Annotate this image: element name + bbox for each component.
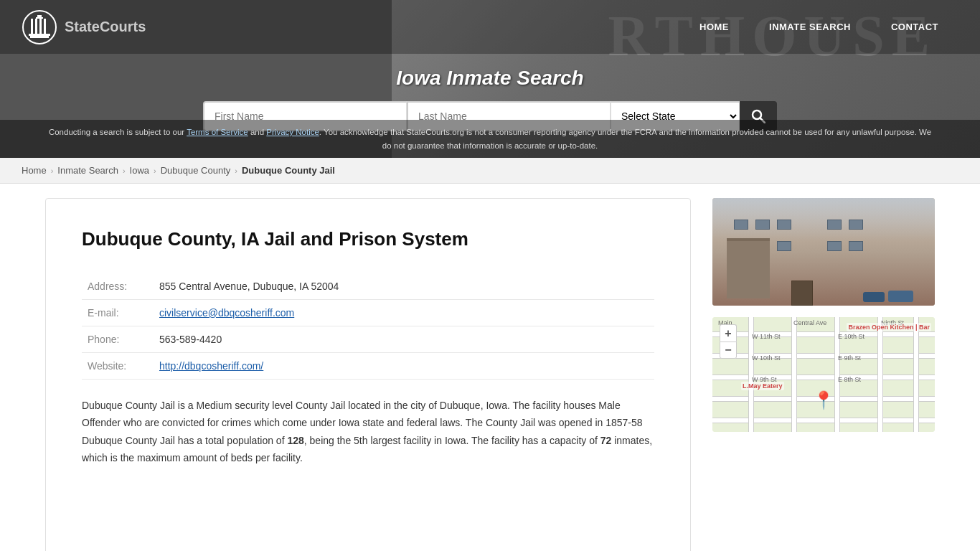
map-street-v4 [877, 317, 883, 432]
address-row: Address: 855 Central Avenue, Dubuque, IA… [82, 273, 654, 300]
map-street-h2 [712, 353, 935, 359]
logo-link[interactable]: StateCourts [22, 9, 146, 45]
breadcrumb-state[interactable]: Iowa [130, 165, 149, 176]
desc-population: 128 [287, 435, 303, 446]
logo-icon [22, 9, 57, 45]
navigation: StateCourts HOME INMATE SEARCH CONTACT [0, 0, 980, 54]
map-label-w11: W 11th St [752, 333, 781, 340]
disclaimer-text-after: . You acknowledge that StateCourts.org i… [319, 128, 931, 149]
phone-row: Phone: 563-589-4420 [82, 326, 654, 352]
website-value: http://dbqcosheriff.com/ [154, 352, 654, 379]
map-poi-brazen: Brazen Open Kitchen | Bar [847, 323, 931, 331]
email-row: E-mail: civilservice@dbqcosheriff.com [82, 299, 654, 326]
disclaimer: Conducting a search is subject to our Te… [0, 120, 980, 158]
map-label-e8: E 8th St [838, 376, 861, 383]
site-header: RTHOUSE StateCourts HOME INMATE SEARCH [0, 0, 980, 158]
disclaimer-text-before: Conducting a search is subject to our [49, 128, 187, 136]
map-street-h5 [712, 418, 935, 423]
phone-value: 563-589-4420 [154, 326, 654, 352]
nav-contact[interactable]: CONTACT [871, 0, 958, 54]
map-label-e10: E 10th St [838, 333, 864, 340]
phone-label: Phone: [82, 326, 154, 352]
content-area: Dubuque County, IA Jail and Prison Syste… [45, 198, 691, 551]
breadcrumb-sep-1: › [51, 166, 54, 175]
svg-rect-5 [39, 19, 42, 34]
facility-photo [712, 198, 935, 306]
breadcrumb-sep-3: › [154, 166, 156, 175]
map-street-v5 [913, 317, 919, 432]
svg-rect-2 [36, 17, 43, 19]
desc-part2: , being the 5th largest facility in Iowa… [304, 435, 600, 446]
website-link[interactable]: http://dbqcosheriff.com/ [159, 360, 263, 372]
breadcrumb-inmate-search[interactable]: Inmate Search [57, 165, 118, 176]
logo-text-state: StateCourts [65, 19, 146, 34]
svg-rect-4 [35, 19, 37, 34]
breadcrumb-current: Dubuque County Jail [242, 165, 335, 176]
breadcrumb-sep-4: › [235, 166, 237, 175]
breadcrumb: Home › Inmate Search › Iowa › Dubuque Co… [0, 158, 980, 184]
map-container: W 11th St W 10th St W 9th St E 10th St E… [712, 317, 935, 432]
email-value: civilservice@dbqcosheriff.com [154, 299, 654, 326]
map-street-v2 [791, 317, 797, 432]
address-value: 855 Central Avenue, Dubuque, IA 52004 [154, 273, 654, 300]
breadcrumb-home[interactable]: Home [22, 165, 47, 176]
sidebar-images: W 11th St W 10th St W 9th St E 10th St E… [712, 198, 935, 551]
nav-home[interactable]: HOME [679, 0, 749, 54]
facility-title: Dubuque County, IA Jail and Prison Syste… [82, 227, 654, 252]
address-label: Address: [82, 273, 154, 300]
terms-link[interactable]: Terms of Service [187, 128, 248, 136]
svg-rect-3 [31, 19, 33, 34]
map-controls: + − [720, 324, 737, 359]
map-label-central: Central Ave [793, 319, 826, 326]
svg-rect-6 [44, 19, 46, 34]
email-link[interactable]: civilservice@dbqcosheriff.com [159, 307, 294, 319]
map-pin: 📍 [813, 390, 834, 410]
svg-rect-7 [29, 34, 50, 36]
desc-capacity: 72 [600, 435, 612, 446]
website-label: Website: [82, 352, 154, 379]
nav-links: HOME INMATE SEARCH CONTACT [679, 0, 958, 54]
breadcrumb-county[interactable]: Dubuque County [161, 165, 231, 176]
email-label: E-mail: [82, 299, 154, 326]
map-zoom-out[interactable]: − [720, 342, 737, 359]
website-row: Website: http://dbqcosheriff.com/ [82, 352, 654, 379]
privacy-link[interactable]: Privacy Notice [266, 128, 319, 136]
logo-text: StateCourts [65, 19, 146, 35]
page-title: Iowa Inmate Search [396, 67, 583, 90]
map-poi-lmay: L.May Eatery [741, 382, 784, 390]
map-street-h1 [712, 331, 935, 337]
breadcrumb-sep-2: › [123, 166, 126, 175]
svg-rect-1 [37, 15, 42, 17]
facility-info-table: Address: 855 Central Avenue, Dubuque, IA… [82, 273, 654, 380]
main-container: Dubuque County, IA Jail and Prison Syste… [24, 184, 956, 551]
facility-description: Dubuque County Jail is a Medium security… [82, 397, 654, 467]
svg-rect-8 [30, 36, 49, 38]
map-label-e9: E 9th St [838, 354, 861, 362]
nav-inmate-search[interactable]: INMATE SEARCH [749, 0, 871, 54]
disclaimer-text-and: and [248, 128, 267, 136]
map-label-w10: W 10th St [752, 354, 781, 362]
map-street-h3 [712, 375, 935, 380]
map-zoom-in[interactable]: + [720, 324, 737, 342]
